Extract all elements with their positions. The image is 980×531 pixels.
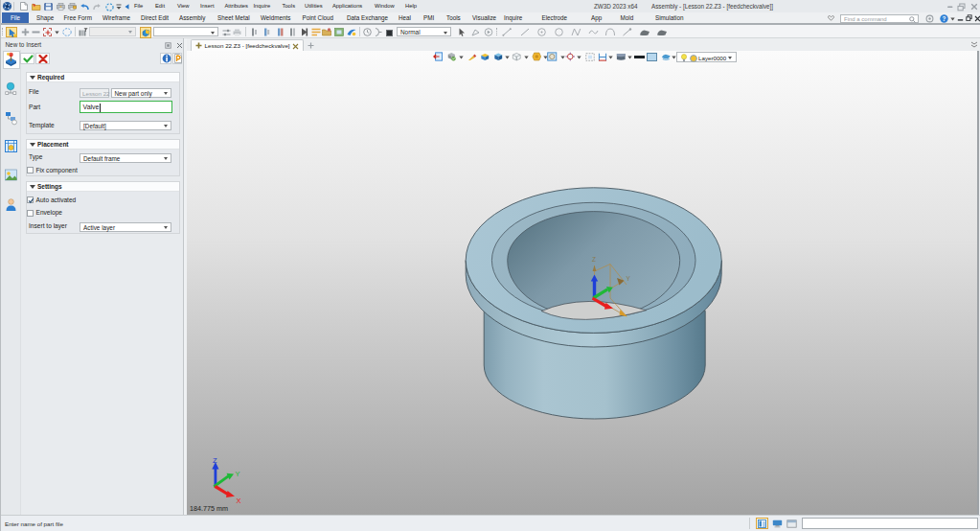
svg-text:?: ? (942, 14, 946, 21)
